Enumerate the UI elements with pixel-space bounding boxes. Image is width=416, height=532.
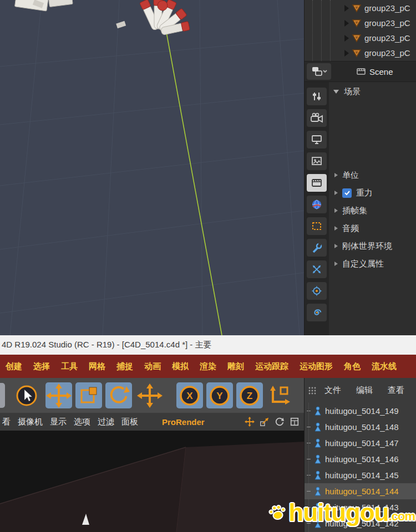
- vp-menu-filter[interactable]: 过滤: [98, 417, 114, 427]
- axis-x-lock-button[interactable]: X: [176, 382, 203, 408]
- axis-x-icon: X: [176, 383, 203, 408]
- filter-sliders-icon[interactable]: [307, 88, 327, 105]
- collapse-arrow-icon[interactable]: [333, 90, 339, 94]
- expand-arrow-icon[interactable]: [344, 35, 349, 42]
- viewport-perspective-top[interactable]: [0, 0, 304, 335]
- menu-tools[interactable]: 工具: [55, 361, 83, 372]
- om-row[interactable]: huitugou_5014_147: [305, 435, 416, 451]
- vp-menu-view[interactable]: 看: [2, 417, 11, 427]
- expand-arrow-icon[interactable]: [344, 5, 349, 12]
- attr-item-label: 刚体世界环境: [342, 241, 392, 252]
- menu-mesh[interactable]: 网格: [83, 361, 111, 372]
- cross-arrows-icon[interactable]: [307, 260, 327, 278]
- viewport-top-canvas: [0, 0, 304, 335]
- cone-object-icon: [352, 4, 362, 13]
- object-tree-top: group23_pC group23_pC group23_pC group23…: [305, 0, 416, 61]
- window-title: 4D R19.024 Studio (RC - R19) - [C4D_5014…: [0, 340, 212, 350]
- attr-item-custom-properties[interactable]: 自定义属性: [329, 255, 416, 273]
- attribute-manager: 场景 单位 重力 插帧集: [305, 82, 416, 335]
- attribute-header[interactable]: 场景: [329, 82, 416, 97]
- axis-y-lock-button[interactable]: Y: [206, 382, 233, 408]
- camera-icon[interactable]: [307, 109, 327, 127]
- om-row-label: huitugou_5014_148: [325, 422, 399, 432]
- menu-select[interactable]: 选择: [28, 361, 55, 372]
- viewport-perspective-bottom[interactable]: [0, 431, 304, 532]
- coordinate-system-button[interactable]: [266, 382, 293, 408]
- selection-frame-icon[interactable]: [307, 217, 327, 235]
- mode-selector-button[interactable]: [307, 63, 331, 80]
- attr-item-units[interactable]: 单位: [329, 166, 416, 184]
- menu-render[interactable]: 渲染: [194, 361, 222, 372]
- expand-arrow-icon[interactable]: [334, 226, 338, 231]
- attr-item-label: 单位: [342, 170, 359, 181]
- scene-mode-icon[interactable]: [307, 174, 327, 192]
- dock-grip-icon[interactable]: [308, 386, 317, 395]
- window-titlebar[interactable]: 4D R19.024 Studio (RC - R19) - [C4D_5014…: [0, 335, 416, 355]
- viewport-menubar: 看 摄像机 显示 选项 过滤 面板 ProRender: [0, 413, 304, 431]
- om-row[interactable]: huitugou_5014_149: [305, 403, 416, 419]
- watermark-name: huitugou: [289, 499, 389, 526]
- expand-arrow-icon[interactable]: [344, 20, 349, 27]
- zoom-view-button[interactable]: [258, 416, 271, 428]
- attr-item-gravity[interactable]: 重力: [329, 184, 416, 202]
- gravity-checkbox[interactable]: [342, 188, 352, 198]
- menu-character[interactable]: 角色: [338, 361, 366, 372]
- character-object-icon: [313, 487, 322, 497]
- menu-sculpt[interactable]: 雕刻: [222, 361, 250, 372]
- move-tool-button[interactable]: [45, 382, 72, 408]
- expand-arrow-icon[interactable]: [334, 208, 338, 213]
- expand-arrow-icon[interactable]: [334, 173, 338, 177]
- expand-arrow-icon[interactable]: [334, 262, 338, 266]
- scale-tool-button[interactable]: [75, 382, 102, 408]
- tree-guide-line: [312, 0, 313, 61]
- attr-item-audio[interactable]: 音频: [329, 219, 416, 237]
- om-row[interactable]: huitugou_5014_145: [305, 467, 416, 483]
- menu-simulate[interactable]: 模拟: [166, 361, 194, 372]
- pan-view-button[interactable]: [243, 416, 256, 428]
- om-row-label: huitugou_5014_146: [325, 454, 399, 464]
- attr-item-rigidbody-world[interactable]: 刚体世界环境: [329, 237, 416, 255]
- rotate-view-button[interactable]: [273, 416, 286, 428]
- last-tool-move-button[interactable]: [136, 382, 163, 408]
- om-menu-edit[interactable]: 编辑: [356, 385, 373, 396]
- vp-menu-display[interactable]: 显示: [50, 417, 67, 427]
- menu-motion-tracker[interactable]: 运动跟踪: [250, 361, 294, 372]
- tree-row-label: group23_pC: [364, 48, 410, 58]
- om-menu-view[interactable]: 查看: [388, 385, 404, 396]
- expand-arrow-icon[interactable]: [334, 244, 338, 248]
- menu-mograph[interactable]: 运动图形: [294, 361, 338, 372]
- menu-create[interactable]: 创建: [0, 361, 28, 372]
- menu-pipeline[interactable]: 流水线: [366, 361, 402, 372]
- picture-icon[interactable]: [307, 152, 327, 170]
- expand-arrow-icon[interactable]: [334, 191, 338, 195]
- om-row-label: huitugou_5014_149: [325, 406, 399, 416]
- rotate-tool-button[interactable]: [105, 382, 132, 408]
- mode-selector-icon: [311, 65, 327, 78]
- vp-menu-prorender[interactable]: ProRender: [162, 417, 205, 427]
- vp-menu-panel[interactable]: 面板: [121, 417, 138, 427]
- menu-animate[interactable]: 动画: [139, 361, 166, 372]
- check-icon: [344, 190, 351, 196]
- logo-paw-icon: [266, 502, 288, 524]
- om-row-selected[interactable]: huitugou_5014_144: [305, 483, 416, 499]
- target-icon[interactable]: [307, 282, 327, 300]
- om-row[interactable]: huitugou_5014_148: [305, 419, 416, 435]
- attribute-item-list: 单位 重力 插帧集 音频: [329, 166, 416, 273]
- expand-arrow-icon[interactable]: [344, 50, 349, 57]
- globe-icon[interactable]: [307, 196, 327, 213]
- om-menu-file[interactable]: 文件: [324, 385, 341, 396]
- tab-scene[interactable]: Scene: [357, 67, 393, 76]
- display-icon[interactable]: [307, 131, 327, 149]
- om-row-label: huitugou_5014_147: [325, 438, 399, 448]
- wrench-icon[interactable]: [307, 239, 327, 257]
- spiral-icon[interactable]: [307, 304, 327, 321]
- toggle-panel-button[interactable]: [288, 416, 301, 428]
- menu-snap[interactable]: 捕捉: [111, 361, 139, 372]
- tree-row-label: group23_pC: [364, 18, 410, 28]
- axis-z-lock-button[interactable]: Z: [236, 382, 263, 408]
- live-selection-tool-button[interactable]: [13, 382, 40, 408]
- vp-menu-camera[interactable]: 摄像机: [18, 417, 43, 427]
- attr-item-keyframes[interactable]: 插帧集: [329, 202, 416, 219]
- vp-menu-options[interactable]: 选项: [74, 417, 90, 427]
- om-row[interactable]: huitugou_5014_146: [305, 451, 416, 467]
